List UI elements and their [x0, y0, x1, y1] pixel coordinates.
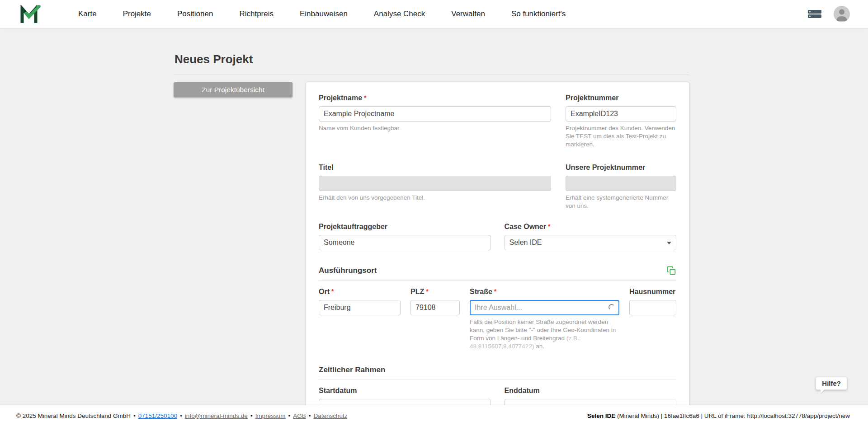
footer-separator: • — [288, 412, 290, 419]
help-button-label: Hilfe? — [822, 379, 841, 387]
main-area: Neues Projekt Zur Projektübersicht Proje… — [0, 28, 868, 405]
nav-karte[interactable]: Karte — [65, 0, 110, 28]
plz-input[interactable] — [410, 300, 460, 315]
project-form-card: Projektname* Name vom Kunden festlegbar … — [306, 82, 689, 405]
field-enddatum: Enddatum — [505, 387, 677, 405]
loading-spinner — [609, 304, 615, 310]
footer-left: © 2025 Mineral Minds Deutschland GmbH • … — [16, 412, 347, 419]
top-navbar: Karte Projekte Positionen Richtpreis Ein… — [0, 0, 868, 28]
strasse-label-text: Straße — [470, 288, 492, 295]
enddatum-input[interactable] — [505, 399, 677, 405]
projektname-label-text: Projektname — [319, 94, 362, 102]
strasse-helper: Falls die Position keiner Straße zugeord… — [470, 318, 619, 350]
title-divider — [174, 75, 689, 75]
server-icon[interactable] — [807, 9, 822, 19]
required-asterisk: * — [494, 288, 496, 295]
field-projektname: Projektname* Name vom Kunden festlegbar — [319, 94, 551, 148]
enddatum-label: Enddatum — [505, 387, 677, 395]
projektauftraggeber-label: Projektauftraggeber — [319, 223, 491, 231]
zeitlicher-rahmen-section-header: Zeitlicher Rahmen — [319, 365, 676, 375]
chevron-down-icon — [667, 242, 671, 244]
footer-datenschutz-link[interactable]: Datenschutz — [313, 412, 347, 419]
section-divider — [319, 379, 676, 379]
nav-projekte[interactable]: Projekte — [110, 0, 164, 28]
nav-richtpreis[interactable]: Richtpreis — [226, 0, 287, 28]
zeitlicher-rahmen-heading: Zeitlicher Rahmen — [319, 365, 385, 375]
ort-input[interactable] — [319, 300, 401, 315]
user-avatar[interactable] — [834, 6, 850, 22]
ort-label-text: Ort — [319, 288, 330, 295]
projektauftraggeber-input[interactable] — [319, 235, 491, 250]
required-asterisk: * — [364, 94, 366, 101]
nav-verwalten[interactable]: Verwalten — [438, 0, 498, 28]
ausfuehrungsort-heading: Ausführungsort — [319, 266, 377, 275]
ort-label: Ort* — [319, 288, 401, 296]
nav-so-funktionierts[interactable]: So funktioniert's — [498, 0, 579, 28]
page-content: Neues Projekt Zur Projektübersicht Proje… — [174, 28, 689, 405]
footer-impressum-link[interactable]: Impressum — [255, 412, 286, 419]
case-owner-label: Case Owner* — [505, 223, 677, 231]
projektname-label: Projektname* — [319, 94, 551, 102]
copy-icon[interactable] — [666, 266, 676, 276]
case-owner-label-text: Case Owner — [505, 223, 546, 230]
projektnummer-input[interactable] — [566, 106, 676, 122]
footer-separator: • — [133, 412, 136, 419]
case-owner-select[interactable]: Selen IDE — [505, 235, 677, 250]
projektnummer-label: Projektnummer — [566, 94, 676, 102]
strasse-helper-end: an. — [536, 343, 544, 350]
required-asterisk: * — [548, 223, 550, 230]
titel-input — [319, 176, 551, 191]
titel-helper: Erhält den von uns vorgegebenen Titel. — [319, 194, 551, 202]
hausnummer-label: Hausnummer — [629, 288, 676, 296]
person-icon — [834, 6, 850, 22]
help-button[interactable]: Hilfe? — [816, 377, 847, 390]
strasse-input[interactable] — [470, 300, 619, 315]
field-ort: Ort* — [319, 288, 401, 350]
footer-separator: • — [309, 412, 311, 419]
field-unsere-projektnummer: Unsere Projektnummer Erhält eine systemg… — [566, 164, 676, 210]
hausnummer-input[interactable] — [629, 300, 676, 315]
field-titel: Titel Erhält den von uns vorgegebenen Ti… — [319, 164, 551, 210]
footer: © 2025 Mineral Minds Deutschland GmbH • … — [0, 405, 868, 426]
footer-email-link[interactable]: info@mineral-minds.de — [185, 412, 248, 419]
plz-label-text: PLZ — [410, 288, 424, 295]
nav-analyse-check[interactable]: Analyse Check — [361, 0, 438, 28]
nav-einbauweisen[interactable]: Einbauweisen — [287, 0, 361, 28]
strasse-helper-main: Falls die Position keiner Straße zugeord… — [470, 318, 616, 342]
page-title: Neues Projekt — [175, 52, 689, 66]
field-hausnummer: Hausnummer — [629, 288, 676, 350]
nav-positionen[interactable]: Positionen — [164, 0, 226, 28]
footer-agb-link[interactable]: AGB — [293, 412, 306, 419]
app-root: Karte Projekte Positionen Richtpreis Ein… — [0, 0, 868, 426]
case-owner-selected-value: Selen IDE — [509, 239, 542, 247]
projektnummer-helper: Projektnummer des Kunden. Verwenden Sie … — [566, 124, 676, 148]
footer-phone-link[interactable]: 07151/250100 — [138, 412, 177, 419]
ausfuehrungsort-section-header: Ausführungsort — [319, 266, 676, 276]
field-strasse: Straße* Falls die Position keiner Straße… — [470, 288, 619, 350]
section-divider — [319, 280, 676, 281]
main-nav: Karte Projekte Positionen Richtpreis Ein… — [65, 0, 579, 28]
footer-copyright: © 2025 Mineral Minds Deutschland GmbH — [16, 412, 131, 419]
field-projektauftraggeber: Projektauftraggeber — [319, 223, 491, 250]
zur-projektuebersicht-button[interactable]: Zur Projektübersicht — [174, 82, 292, 97]
navbar-right — [807, 6, 850, 22]
unsere-projektnummer-helper: Erhält eine systemgenerierte Nummer von … — [566, 194, 676, 210]
field-plz: PLZ* — [410, 288, 460, 350]
projektname-helper: Name vom Kunden festlegbar — [319, 124, 551, 132]
field-startdatum: Startdatum — [319, 387, 491, 405]
footer-separator: • — [250, 412, 253, 419]
strasse-label: Straße* — [470, 288, 619, 296]
logo-graphic — [20, 5, 41, 23]
unsere-projektnummer-label: Unsere Projektnummer — [566, 164, 676, 172]
field-projektnummer: Projektnummer Projektnummer des Kunden. … — [566, 94, 676, 148]
required-asterisk: * — [426, 288, 428, 295]
plz-label: PLZ* — [410, 288, 460, 296]
field-case-owner: Case Owner* Selen IDE — [505, 223, 677, 250]
startdatum-input[interactable] — [319, 399, 491, 405]
titel-label: Titel — [319, 164, 551, 172]
unsere-projektnummer-input — [566, 176, 676, 191]
projektname-input[interactable] — [319, 106, 551, 122]
mineral-minds-logo[interactable] — [20, 5, 41, 23]
footer-session-user: Selen IDE — [587, 412, 615, 419]
left-column: Zur Projektübersicht — [174, 82, 292, 97]
